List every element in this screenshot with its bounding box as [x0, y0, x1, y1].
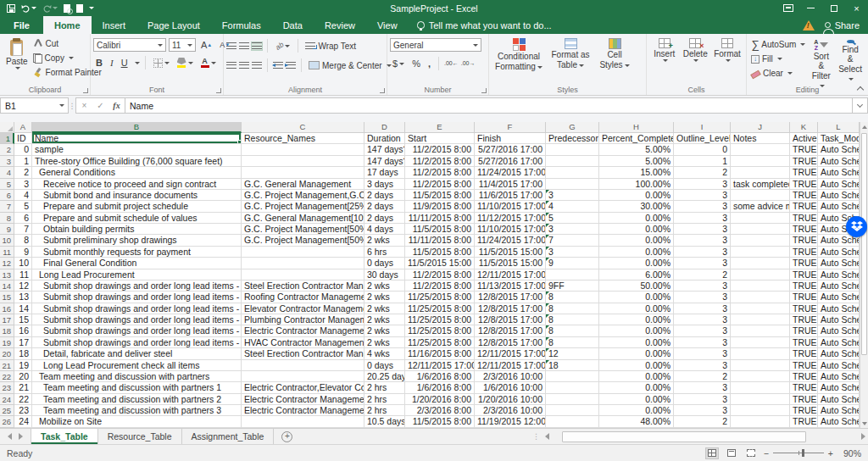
cell-C22[interactable] — [242, 371, 364, 382]
redo-button[interactable] — [42, 0, 58, 16]
cell-I7[interactable]: 3 — [674, 201, 731, 212]
cell-J2[interactable] — [731, 144, 790, 155]
page-layout-view-button[interactable] — [725, 447, 738, 459]
align-right-button[interactable] — [252, 62, 262, 69]
cell-H19[interactable]: 0.00% — [599, 337, 674, 348]
cell-H16[interactable]: 0.00% — [599, 303, 674, 314]
cell-A11[interactable]: 9 — [14, 247, 32, 258]
cell-I24[interactable]: 3 — [674, 394, 731, 405]
cell-I15[interactable]: 3 — [674, 292, 731, 303]
cell-E14[interactable]: 11/2/2015 8:00 — [405, 280, 475, 292]
enter-button[interactable]: ✓ — [92, 101, 108, 110]
cell-G21[interactable]: 18 — [546, 360, 599, 371]
cell-F11[interactable]: 11/5/2015 15:00 — [475, 247, 546, 258]
zoom-out-button[interactable]: − — [764, 448, 769, 458]
cell-F8[interactable]: 11/12/2015 17:00 — [475, 213, 546, 224]
cell-K23[interactable]: TRUE — [790, 382, 818, 393]
cell-L1[interactable]: Task_Mode — [818, 133, 860, 144]
cell-I1[interactable]: Outline_Level — [674, 133, 731, 144]
row-header-1[interactable]: 1 — [0, 133, 14, 144]
cell-K25[interactable]: TRUE — [790, 405, 818, 416]
cell-H6[interactable]: 0.00% — [599, 190, 674, 201]
new-document-button[interactable] — [76, 0, 83, 16]
column-header-D[interactable]: D — [364, 122, 405, 133]
cell-B2[interactable]: sample — [32, 144, 242, 155]
cell-E20[interactable]: 11/16/2015 8:00 — [405, 348, 475, 359]
cell-L21[interactable]: Auto Scheduled — [818, 360, 860, 371]
cell-C3[interactable] — [242, 156, 364, 167]
cell-K7[interactable]: TRUE — [790, 201, 818, 212]
scroll-left-button[interactable] — [542, 429, 552, 444]
column-header-K[interactable]: K — [790, 122, 818, 133]
cell-B4[interactable]: General Conditions — [32, 167, 242, 178]
cell-I11[interactable]: 3 — [674, 247, 731, 258]
cell-E9[interactable]: 11/5/2015 8:00 — [405, 224, 475, 235]
bold-button[interactable]: B — [93, 56, 105, 69]
cell-D24[interactable]: 2 hrs — [364, 394, 405, 405]
cell-I2[interactable]: 0 — [674, 144, 731, 155]
find-select-button[interactable]: Find & Select — [835, 36, 865, 84]
cell-K3[interactable]: TRUE — [790, 156, 818, 167]
cell-L23[interactable]: Auto Scheduled — [818, 382, 860, 393]
cell-D19[interactable]: 2 wks — [364, 337, 405, 348]
cell-B1[interactable]: Name — [32, 133, 242, 144]
cell-B24[interactable]: Team meeting and discussion with partner… — [32, 394, 242, 405]
cell-D25[interactable]: 2 hrs — [364, 405, 405, 416]
increase-decimal-button[interactable]: .00← — [444, 60, 459, 67]
merge-center-button[interactable]: Merge & Center — [307, 58, 393, 73]
cell-K24[interactable]: TRUE — [790, 394, 818, 405]
number-format-select[interactable]: General — [390, 38, 481, 52]
cell-C5[interactable]: G.C. General Management — [242, 179, 364, 190]
cell-F18[interactable]: 12/8/2015 17:00 — [475, 325, 546, 336]
cell-J5[interactable]: task completed; s — [731, 179, 790, 190]
name-box[interactable]: B1 — [0, 97, 69, 114]
column-header-A[interactable]: A — [14, 122, 32, 133]
cell-E7[interactable]: 11/9/2015 8:00 — [405, 201, 475, 212]
row-header-21[interactable]: 21 — [0, 360, 14, 371]
cell-D16[interactable]: 2 wks — [364, 303, 405, 314]
undo-button[interactable] — [21, 0, 36, 16]
cell-H26[interactable]: 48.00% — [599, 416, 674, 427]
font-name-select[interactable]: Calibri — [93, 38, 166, 52]
cell-B19[interactable]: Submit shop drawings and order long lead… — [32, 337, 242, 348]
cell-E6[interactable]: 11/5/2015 8:00 — [405, 190, 475, 201]
column-header-B[interactable]: B — [32, 122, 242, 133]
cell-K14[interactable]: TRUE — [790, 280, 818, 292]
cell-J3[interactable] — [731, 156, 790, 167]
fill-button[interactable]: ↓Fill — [749, 52, 807, 66]
comma-style-button[interactable]: , — [426, 57, 433, 70]
row-header-12[interactable]: 12 — [0, 258, 14, 269]
cell-G12[interactable]: 9 — [546, 258, 599, 269]
cell-E19[interactable]: 11/25/2015 8:00 — [405, 337, 475, 348]
cell-C17[interactable]: Plumbing Contractor Management — [242, 314, 364, 325]
cell-I17[interactable]: 3 — [674, 314, 731, 325]
cell-D4[interactable]: 17 days — [364, 167, 405, 178]
cell-A14[interactable]: 12 — [14, 280, 32, 292]
tab-data[interactable]: Data — [272, 16, 314, 34]
cell-H22[interactable]: 0.00% — [599, 371, 674, 382]
previous-sheet-button[interactable] — [8, 433, 12, 440]
cell-A8[interactable]: 6 — [14, 213, 32, 224]
tell-me-box[interactable]: Tell me what you want to do... — [409, 16, 560, 34]
cell-J6[interactable] — [731, 190, 790, 201]
cell-D20[interactable]: 4 wks — [364, 348, 405, 359]
column-header-I[interactable]: I — [674, 122, 731, 133]
tab-view[interactable]: View — [366, 16, 409, 34]
cell-L22[interactable]: Auto Scheduled — [818, 371, 860, 382]
cell-F2[interactable]: 5/27/2016 17:00 — [475, 144, 546, 155]
cell-E8[interactable]: 11/11/2015 8:00 — [405, 213, 475, 224]
cell-C15[interactable]: Roofing Contractor Management — [242, 292, 364, 303]
row-header-13[interactable]: 13 — [0, 269, 14, 280]
row-header-17[interactable]: 17 — [0, 314, 14, 325]
cell-I6[interactable]: 3 — [674, 190, 731, 201]
italic-button[interactable]: I — [108, 56, 116, 69]
cell-J1[interactable]: Notes — [731, 133, 790, 144]
cell-B6[interactable]: Submit bond and insurance documents — [32, 190, 242, 201]
cell-B18[interactable]: Submit shop drawings and order long lead… — [32, 325, 242, 336]
cell-J20[interactable] — [731, 348, 790, 359]
formula-input[interactable]: Name — [125, 97, 853, 114]
cell-D21[interactable]: 0 days — [364, 360, 405, 371]
cell-F5[interactable]: 11/4/2015 17:00 — [475, 179, 546, 190]
cell-F16[interactable]: 12/8/2015 17:00 — [475, 303, 546, 314]
cell-E1[interactable]: Start — [405, 133, 475, 144]
